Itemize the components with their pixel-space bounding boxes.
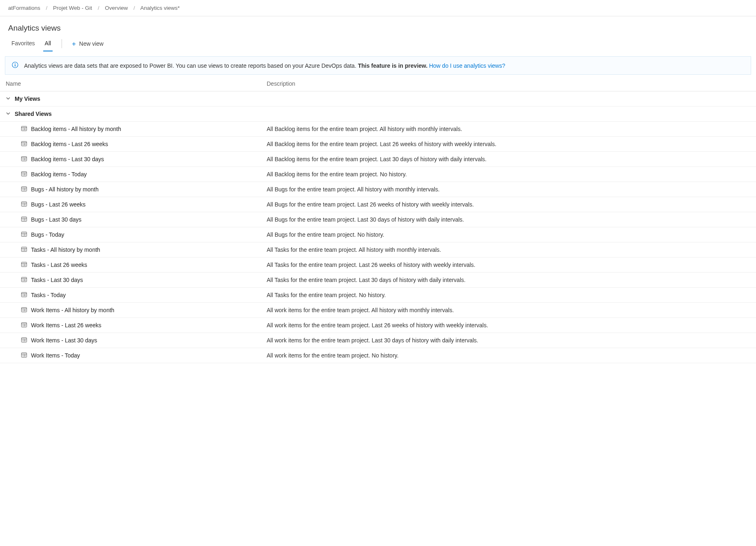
analytics-view-icon — [21, 126, 27, 132]
analytics-view-icon — [21, 262, 27, 268]
column-name-header[interactable]: Name — [6, 80, 267, 87]
analytics-view-icon — [21, 216, 27, 223]
view-row[interactable]: Bugs - Last 26 weeksAll Bugs for the ent… — [0, 197, 756, 212]
analytics-view-icon — [21, 246, 27, 253]
analytics-view-icon — [21, 307, 27, 313]
view-name: Backlog items - Last 30 days — [31, 156, 104, 162]
breadcrumb-item[interactable]: Analytics views* — [140, 5, 180, 11]
view-description: All Bugs for the entire team project. No… — [267, 231, 750, 238]
breadcrumb-item[interactable]: Overview — [105, 5, 128, 11]
view-description: All Backlog items for the entire team pr… — [267, 156, 750, 162]
view-name: Work Items - All history by month — [31, 307, 114, 313]
info-banner: Analytics views are data sets that are e… — [5, 56, 751, 75]
view-name: Tasks - Today — [31, 292, 66, 298]
view-row[interactable]: Work Items - All history by monthAll wor… — [0, 303, 756, 318]
analytics-view-icon — [21, 141, 27, 147]
breadcrumb-item[interactable]: Projet Web - Git — [53, 5, 92, 11]
view-name: Tasks - Last 30 days — [31, 277, 83, 283]
svg-rect-2 — [15, 64, 15, 67]
view-description: All Tasks for the entire team project. N… — [267, 292, 750, 298]
analytics-view-icon — [21, 171, 27, 178]
plus-icon: + — [72, 40, 76, 47]
analytics-view-icon — [21, 156, 27, 162]
view-row[interactable]: Tasks - Last 30 daysAll Tasks for the en… — [0, 273, 756, 288]
view-description: All work items for the entire team proje… — [267, 352, 750, 359]
view-name: Backlog items - Today — [31, 171, 87, 178]
info-icon — [12, 62, 18, 69]
view-row[interactable]: Work Items - Last 26 weeksAll work items… — [0, 318, 756, 333]
view-name: Bugs - Last 30 days — [31, 216, 82, 223]
breadcrumb-separator: / — [46, 5, 48, 11]
group-label: My Views — [15, 95, 40, 102]
breadcrumb-item[interactable]: atFormations — [8, 5, 40, 11]
view-description: All Tasks for the entire team project. L… — [267, 262, 750, 268]
analytics-view-icon — [21, 337, 27, 344]
analytics-view-icon — [21, 231, 27, 238]
analytics-view-icon — [21, 201, 27, 208]
view-row[interactable]: Bugs - TodayAll Bugs for the entire team… — [0, 227, 756, 242]
tab-divider — [62, 39, 62, 48]
group-label: Shared Views — [15, 111, 52, 117]
view-row[interactable]: Bugs - All history by monthAll Bugs for … — [0, 182, 756, 197]
chevron-down-icon — [6, 111, 11, 117]
view-row[interactable]: Backlog items - All history by monthAll … — [0, 122, 756, 137]
view-name: Bugs - All history by month — [31, 186, 99, 193]
view-name: Backlog items - Last 26 weeks — [31, 141, 108, 147]
view-description: All work items for the entire team proje… — [267, 307, 750, 313]
chevron-down-icon — [6, 95, 11, 102]
view-description: All Tasks for the entire team project. A… — [267, 246, 750, 253]
breadcrumb-separator: / — [98, 5, 99, 11]
table-header: Name Description — [0, 76, 756, 91]
page-title: Analytics views — [0, 16, 756, 36]
view-description: All work items for the entire team proje… — [267, 337, 750, 344]
view-description: All Bugs for the entire team project. La… — [267, 201, 750, 208]
view-description: All Backlog items for the entire team pr… — [267, 126, 750, 132]
tabs-row: Favorites All + New view — [0, 36, 756, 51]
view-description: All Backlog items for the entire team pr… — [267, 171, 750, 178]
view-name: Bugs - Last 26 weeks — [31, 201, 86, 208]
new-view-button[interactable]: + New view — [69, 37, 106, 51]
view-row[interactable]: Backlog items - Last 30 daysAll Backlog … — [0, 152, 756, 167]
tab-favorites[interactable]: Favorites — [8, 36, 38, 51]
view-description: All Bugs for the entire team project. La… — [267, 216, 750, 223]
view-row[interactable]: Bugs - Last 30 daysAll Bugs for the enti… — [0, 212, 756, 227]
info-text: Analytics views are data sets that are e… — [24, 62, 505, 69]
breadcrumb-separator: / — [133, 5, 135, 11]
tab-all[interactable]: All — [42, 36, 55, 51]
group-my-views[interactable]: My Views — [0, 91, 756, 107]
view-row[interactable]: Tasks - Last 26 weeksAll Tasks for the e… — [0, 257, 756, 273]
view-description: All Bugs for the entire team project. Al… — [267, 186, 750, 193]
info-help-link[interactable]: How do I use analytics views? — [429, 62, 505, 69]
view-name: Tasks - All history by month — [31, 246, 100, 253]
view-description: All Backlog items for the entire team pr… — [267, 141, 750, 147]
view-description: All Tasks for the entire team project. L… — [267, 277, 750, 283]
analytics-view-icon — [21, 277, 27, 283]
view-row[interactable]: Backlog items - Last 26 weeksAll Backlog… — [0, 137, 756, 152]
view-row[interactable]: Work Items - TodayAll work items for the… — [0, 348, 756, 363]
new-view-label: New view — [79, 40, 104, 47]
view-row[interactable]: Work Items - Last 30 daysAll work items … — [0, 333, 756, 348]
analytics-view-icon — [21, 352, 27, 359]
shared-views-list: Backlog items - All history by monthAll … — [0, 122, 756, 363]
group-shared-views[interactable]: Shared Views — [0, 107, 756, 122]
view-name: Backlog items - All history by month — [31, 126, 121, 132]
view-name: Bugs - Today — [31, 231, 64, 238]
analytics-view-icon — [21, 322, 27, 328]
breadcrumb: atFormations / Projet Web - Git / Overvi… — [0, 0, 756, 16]
view-name: Work Items - Today — [31, 352, 80, 359]
view-description: All work items for the entire team proje… — [267, 322, 750, 328]
view-row[interactable]: Backlog items - TodayAll Backlog items f… — [0, 167, 756, 182]
view-name: Work Items - Last 30 days — [31, 337, 97, 344]
view-name: Work Items - Last 26 weeks — [31, 322, 101, 328]
svg-point-1 — [15, 63, 15, 64]
view-row[interactable]: Tasks - TodayAll Tasks for the entire te… — [0, 288, 756, 303]
analytics-view-icon — [21, 292, 27, 298]
column-description-header[interactable]: Description — [267, 80, 750, 87]
view-name: Tasks - Last 26 weeks — [31, 262, 87, 268]
view-row[interactable]: Tasks - All history by monthAll Tasks fo… — [0, 242, 756, 257]
analytics-view-icon — [21, 186, 27, 193]
